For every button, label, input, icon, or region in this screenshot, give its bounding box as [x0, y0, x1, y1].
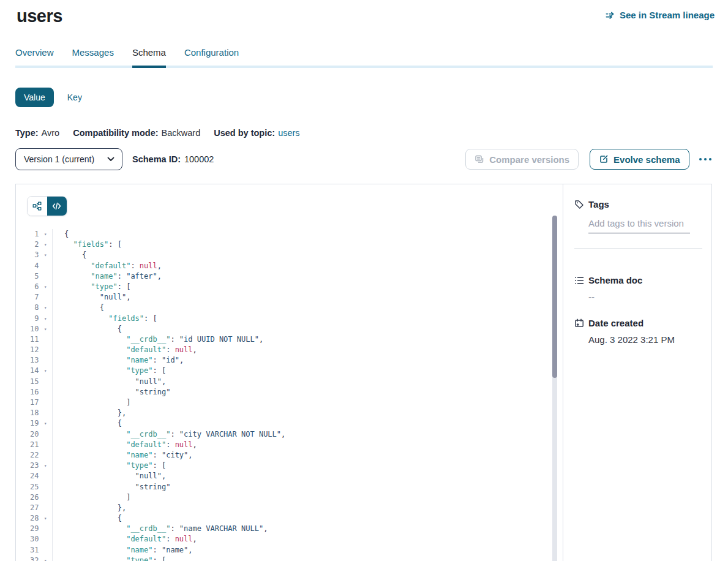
tree-view-icon: [32, 201, 42, 211]
code-line: "default": null,: [64, 345, 285, 355]
date-created-section: Date created Aug. 3 2022 3:21 PM: [574, 318, 702, 345]
code-line: "null",: [64, 471, 285, 481]
fold-arrow-icon[interactable]: ▾: [39, 461, 52, 471]
gutter-line: 28▾: [16, 513, 52, 524]
code-line: "string": [64, 387, 285, 397]
code-line: "name": "after",: [64, 271, 285, 282]
value-key-toggle: Value Key: [15, 88, 728, 107]
code-line: },: [64, 503, 285, 513]
key-toggle-button[interactable]: Key: [67, 92, 82, 102]
fold-arrow-icon[interactable]: ▾: [39, 239, 52, 250]
editor-code[interactable]: { "fields": [ { "default": null, "name":…: [53, 229, 285, 561]
fold-arrow-icon[interactable]: ▾: [39, 418, 52, 429]
fold-arrow-icon[interactable]: ▾: [39, 324, 52, 334]
editor-gutter[interactable]: 1▾2▾3▾456▾78▾9▾10▾11121314▾1516171819▾20…: [16, 229, 53, 561]
gutter-line: 20: [16, 429, 52, 440]
gutter-line: 10▾: [16, 324, 52, 334]
evolve-schema-button[interactable]: Evolve schema: [590, 149, 689, 170]
gutter-line: 31: [16, 545, 52, 555]
gutter-line: 24: [16, 471, 52, 481]
gutter-line: 27: [16, 503, 52, 513]
stream-lineage-link[interactable]: See in Stream lineage: [606, 10, 715, 20]
schema-doc-section: Schema doc --: [574, 275, 702, 302]
compatibility-mode: Compatibility mode: Backward: [73, 128, 200, 138]
gutter-line: 30: [16, 534, 52, 544]
code-line: "name": "id",: [64, 355, 285, 366]
compare-versions-button[interactable]: Compare versions: [465, 149, 579, 170]
fold-arrow-icon[interactable]: ▾: [39, 282, 52, 292]
tags-input[interactable]: [588, 218, 690, 233]
gutter-line: 25: [16, 482, 52, 492]
gutter-line: 1▾: [16, 229, 52, 239]
gutter-line: 2▾: [16, 239, 52, 250]
gutter-line: 23▾: [16, 461, 52, 471]
code-line: {: [64, 418, 285, 429]
doc-list-icon: [574, 276, 584, 285]
tab-schema[interactable]: Schema: [132, 47, 166, 66]
used-by-topic: Used by topic: users: [214, 128, 299, 138]
schema-id-label: Schema ID:: [132, 154, 181, 164]
gutter-line: 6▾: [16, 282, 52, 292]
code-line: "null",: [64, 377, 285, 387]
tab-overview[interactable]: Overview: [15, 47, 54, 66]
fold-arrow-icon[interactable]: ▾: [39, 314, 52, 324]
gutter-line: 29: [16, 524, 52, 534]
type-value: Avro: [42, 128, 60, 138]
stream-lineage-label: See in Stream lineage: [620, 10, 715, 20]
code-line: {: [64, 303, 285, 313]
code-view-icon: [52, 201, 62, 211]
gutter-line: 32▾: [16, 555, 52, 561]
topic-link[interactable]: users: [278, 128, 299, 138]
schema-page: users See in Stream lineage Overview Mes…: [0, 0, 728, 561]
code-line: "type": [: [64, 555, 285, 561]
chevron-down-icon: [107, 154, 114, 164]
ellipsis-icon: [699, 158, 712, 161]
sidebar-divider: [574, 248, 702, 249]
tags-section: Tags: [574, 199, 702, 249]
fold-arrow-icon[interactable]: ▾: [39, 555, 52, 561]
editor-scrollbar-thumb[interactable]: [552, 216, 557, 378]
code-line: "fields": [: [64, 239, 285, 250]
version-select[interactable]: Version 1 (current): [15, 148, 122, 170]
fold-arrow-icon[interactable]: ▾: [39, 229, 52, 239]
code-line: "default": null,: [64, 261, 285, 271]
tab-configuration[interactable]: Configuration: [184, 47, 239, 66]
version-bar: Version 1 (current) Schema ID: 100002 Co…: [15, 148, 713, 170]
gutter-line: 22: [16, 450, 52, 461]
schema-type: Type: Avro: [15, 128, 59, 138]
fold-arrow-icon[interactable]: ▾: [39, 513, 52, 524]
gutter-line: 12: [16, 345, 52, 355]
schema-meta-row: Type: Avro Compatibility mode: Backward …: [15, 128, 728, 138]
fold-arrow-icon[interactable]: ▾: [39, 250, 52, 260]
schema-panel: 1▾2▾3▾456▾78▾9▾10▾11121314▾1516171819▾20…: [15, 184, 712, 561]
code-line: "null",: [64, 292, 285, 303]
gutter-line: 8▾: [16, 303, 52, 313]
code-line: "__crdb__": "name VARCHAR NULL",: [64, 524, 285, 534]
tree-view-button[interactable]: [28, 197, 47, 216]
code-line: "fields": [: [64, 314, 285, 324]
fold-arrow-icon[interactable]: ▾: [39, 366, 52, 376]
compare-versions-label: Compare versions: [489, 154, 569, 165]
value-toggle-button[interactable]: Value: [15, 88, 54, 107]
date-created-heading: Date created: [588, 318, 644, 328]
code-line: {: [64, 513, 285, 524]
code-editor-area[interactable]: 1▾2▾3▾456▾78▾9▾10▾11121314▾1516171819▾20…: [16, 229, 563, 561]
gutter-line: 17: [16, 397, 52, 408]
gutter-line: 14▾: [16, 366, 52, 376]
gutter-line: 16: [16, 387, 52, 397]
code-line: ]: [64, 397, 285, 408]
code-view-button[interactable]: [47, 197, 67, 216]
schema-id: Schema ID: 100002: [132, 154, 214, 164]
stream-lineage-icon: [606, 10, 615, 20]
tab-bar: Overview Messages Schema Configuration: [15, 47, 713, 68]
tab-messages[interactable]: Messages: [72, 47, 114, 66]
editor-scrollbar-track[interactable]: [552, 216, 557, 561]
compatibility-value: Backward: [162, 128, 201, 138]
code-line: "__crdb__": "id UUID NOT NULL",: [64, 334, 285, 345]
more-options-button[interactable]: [698, 154, 713, 165]
calendar-plus-icon: [574, 318, 584, 328]
schema-editor: 1▾2▾3▾456▾78▾9▾10▾11121314▾1516171819▾20…: [16, 184, 563, 561]
code-line: "type": [: [64, 366, 285, 376]
code-line: },: [64, 408, 285, 418]
fold-arrow-icon[interactable]: ▾: [39, 303, 52, 313]
